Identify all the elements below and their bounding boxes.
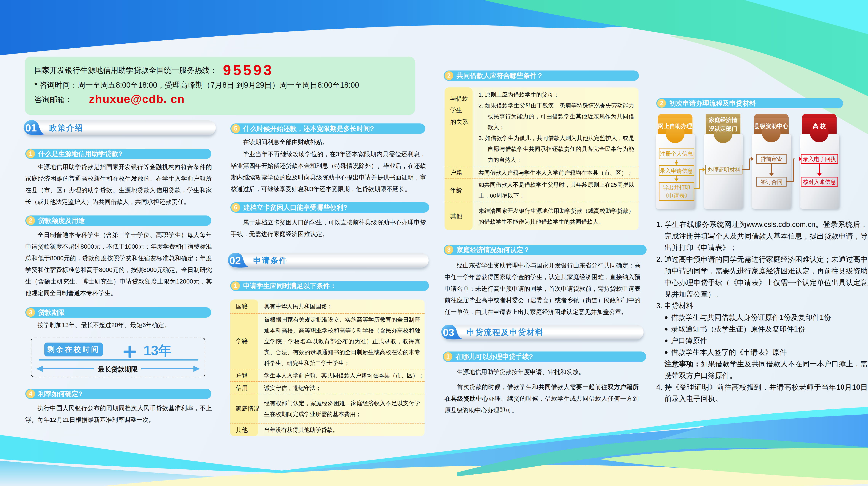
svg-text:01: 01 [25, 122, 37, 134]
svg-text:高 校: 高 校 [813, 123, 826, 129]
svg-text:签订合同: 签订合同 [761, 179, 782, 185]
svg-text:贷前审查: 贷前审查 [761, 156, 782, 162]
svg-text:03: 03 [443, 326, 454, 338]
svg-text:02: 02 [229, 255, 241, 266]
svg-text:核对入账信息: 核对入账信息 [803, 179, 836, 185]
svg-text:县级资助中心: 县级资助中心 [754, 123, 788, 129]
svg-text:家庭经济情: 家庭经济情 [709, 117, 737, 123]
svg-text:导出并打印: 导出并打印 [663, 184, 690, 191]
svg-text:录入申请信息: 录入申请信息 [660, 168, 693, 174]
svg-text:况认定部门: 况认定部门 [709, 125, 737, 132]
svg-text:办理证明材料: 办理证明材料 [707, 167, 740, 173]
svg-text:录入电子回执: 录入电子回执 [803, 156, 836, 162]
svg-text:最长贷款期限: 最长贷款期限 [98, 365, 138, 373]
svg-text:网上自助办理: 网上自助办理 [658, 123, 692, 129]
svg-text:《申请表》: 《申请表》 [663, 193, 690, 199]
svg-text:注册个人信息: 注册个人信息 [660, 151, 693, 157]
